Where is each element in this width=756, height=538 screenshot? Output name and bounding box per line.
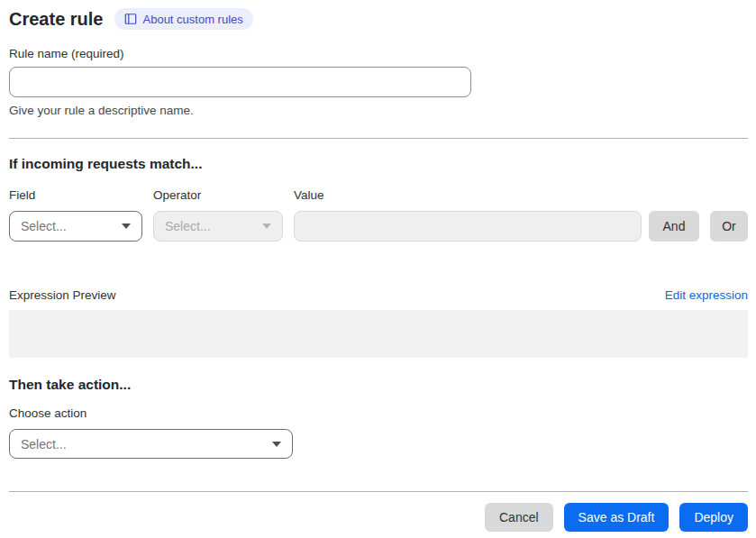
- expression-builder-row: Field Select... Operator Select... Value…: [9, 188, 748, 242]
- operator-column: Operator Select...: [153, 188, 283, 242]
- cancel-button[interactable]: Cancel: [485, 503, 553, 532]
- field-label: Field: [9, 188, 142, 203]
- page-header: Create rule About custom rules: [9, 8, 748, 30]
- save-as-draft-button[interactable]: Save as Draft: [564, 503, 669, 532]
- choose-action-select[interactable]: Select...: [9, 429, 293, 459]
- book-icon: [124, 13, 137, 25]
- expression-preview-header: Expression Preview Edit expression: [9, 288, 748, 303]
- chevron-down-icon: [122, 223, 131, 229]
- rule-name-helper: Give your rule a descriptive name.: [9, 104, 748, 118]
- edit-expression-link[interactable]: Edit expression: [665, 288, 748, 303]
- rule-name-input[interactable]: [9, 67, 471, 97]
- create-rule-form: Create rule About custom rules Rule name…: [0, 0, 756, 532]
- choose-action-select-value: Select...: [21, 437, 67, 451]
- deploy-button[interactable]: Deploy: [679, 503, 748, 532]
- operator-label: Operator: [153, 188, 283, 203]
- expression-preview-box: [9, 310, 748, 358]
- about-custom-rules-link[interactable]: About custom rules: [114, 8, 253, 30]
- operator-select[interactable]: Select...: [153, 211, 283, 242]
- and-button[interactable]: And: [649, 211, 699, 242]
- field-column: Field Select...: [9, 188, 142, 242]
- chevron-down-icon: [272, 442, 281, 447]
- footer-divider: [9, 491, 748, 492]
- field-select[interactable]: Select...: [9, 211, 142, 242]
- about-custom-rules-label: About custom rules: [143, 13, 243, 26]
- operator-select-value: Select...: [165, 219, 211, 233]
- footer-actions: Cancel Save as Draft Deploy: [9, 503, 748, 532]
- rule-name-label: Rule name (required): [9, 47, 748, 61]
- value-column: Value: [294, 188, 642, 242]
- match-section-heading: If incoming requests match...: [9, 156, 748, 172]
- or-button[interactable]: Or: [710, 211, 748, 242]
- field-select-value: Select...: [21, 219, 67, 233]
- expression-preview-label: Expression Preview: [9, 288, 116, 303]
- section-divider: [9, 138, 748, 139]
- choose-action-label: Choose action: [9, 406, 748, 421]
- value-input[interactable]: [294, 211, 642, 242]
- value-label: Value: [294, 188, 642, 203]
- action-section-heading: Then take action...: [9, 377, 748, 393]
- page-title: Create rule: [9, 8, 104, 30]
- chevron-down-icon: [262, 223, 271, 229]
